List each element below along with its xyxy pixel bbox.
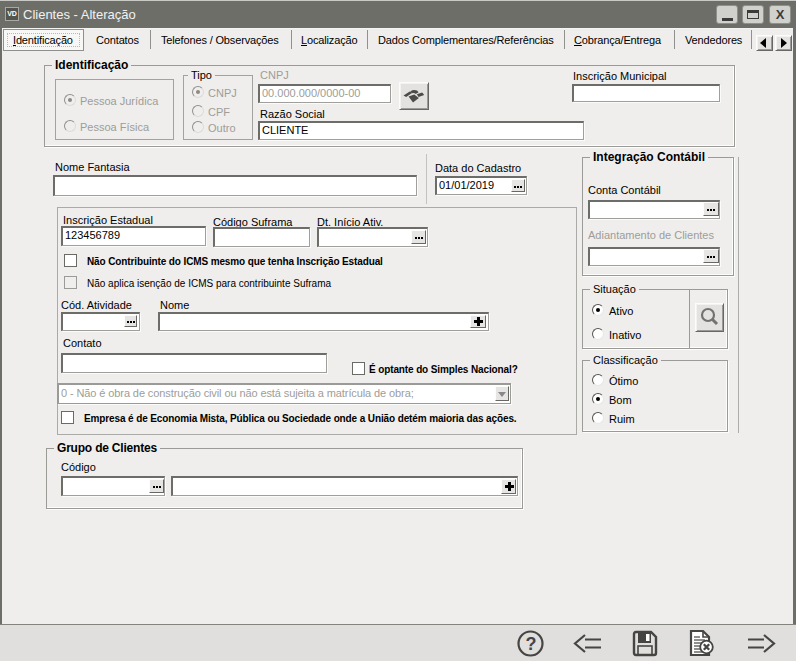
svg-text:?: ?	[526, 634, 537, 654]
